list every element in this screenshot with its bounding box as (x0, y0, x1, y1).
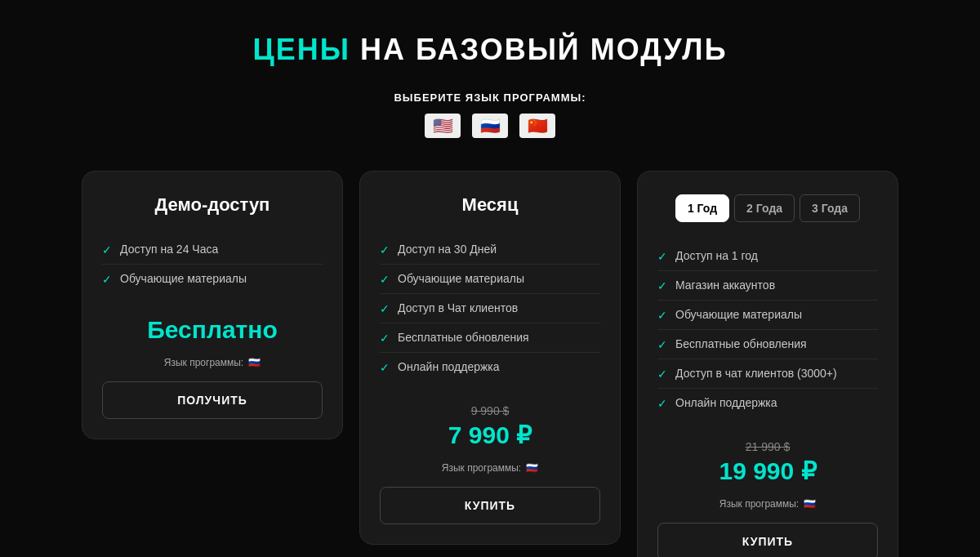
check-icon: ✓ (657, 338, 667, 351)
month-lang-badge: Язык программы: 🇷🇺 (380, 462, 600, 474)
lang-flag-emoji: 🇷🇺 (526, 462, 538, 474)
demo-price-section: Бесплатно (102, 316, 323, 344)
list-item: ✓ Доступ на 24 Часа (102, 235, 323, 265)
list-item: ✓ Обучающие материалы (102, 265, 323, 293)
lang-flag-emoji: 🇷🇺 (804, 498, 816, 510)
feature-text: Доступ на 30 Дней (398, 243, 497, 256)
list-item: ✓ Онлайн поддержка (380, 353, 600, 381)
demo-lang-badge: Язык программы: 🇷🇺 (102, 357, 323, 368)
flag-zh[interactable]: 🇨🇳 (519, 114, 555, 138)
year-lang-badge: Язык программы: 🇷🇺 (657, 498, 878, 510)
feature-text: Онлайн поддержка (398, 360, 500, 373)
card-month-title: Месяц (380, 194, 600, 216)
check-icon: ✓ (657, 309, 667, 322)
card-demo-features: ✓ Доступ на 24 Часа ✓ Обучающие материал… (102, 235, 323, 293)
list-item: ✓ Доступ в Чат клиентов (380, 294, 600, 323)
check-icon: ✓ (657, 250, 667, 263)
demo-price-free: Бесплатно (102, 316, 323, 344)
period-3year[interactable]: 3 Года (800, 194, 860, 222)
lang-label-text: Язык программы: (719, 498, 799, 510)
flag-ru-emoji: 🇷🇺 (480, 116, 501, 136)
language-label: ВЫБЕРИТЕ ЯЗЫК ПРОГРАММЫ: (16, 91, 964, 104)
feature-text: Обучающие материалы (120, 272, 247, 285)
card-year-features: ✓ Доступ на 1 год ✓ Магазин аккаунтов ✓ … (657, 242, 878, 417)
list-item: ✓ Магазин аккаунтов (657, 271, 878, 301)
feature-text: Бесплатные обновления (675, 337, 807, 350)
year-buy-button[interactable]: КУПИТЬ (657, 523, 878, 557)
page-container: ЦЕНЫ НА БАЗОВЫЙ МОДУЛЬ ВЫБЕРИТЕ ЯЗЫК ПРО… (0, 0, 980, 557)
feature-text: Обучающие материалы (675, 308, 802, 321)
list-item: ✓ Бесплатные обновления (380, 323, 600, 353)
lang-flag-emoji: 🇷🇺 (248, 357, 261, 368)
lang-label-text: Язык программы: (442, 462, 521, 474)
feature-text: Доступ на 1 год (675, 249, 758, 262)
card-demo: Демо-доступ ✓ Доступ на 24 Часа ✓ Обучаю… (82, 171, 343, 439)
month-price-old: 9 990 $ (380, 404, 600, 417)
flags-row: 🇺🇸 🇷🇺 🇨🇳 (16, 114, 964, 138)
year-price-old: 21 990 $ (657, 440, 878, 453)
list-item: ✓ Онлайн поддержка (657, 389, 878, 417)
demo-buy-button[interactable]: ПОЛУЧИТЬ (102, 381, 323, 419)
list-item: ✓ Доступ на 1 год (657, 242, 878, 271)
list-item: ✓ Бесплатные обновления (657, 330, 878, 359)
flag-ru[interactable]: 🇷🇺 (472, 114, 508, 138)
feature-text: Обучающие материалы (398, 272, 524, 285)
list-item: ✓ Доступ в чат клиентов (3000+) (657, 359, 878, 389)
check-icon: ✓ (380, 332, 390, 345)
check-icon: ✓ (102, 243, 112, 256)
check-icon: ✓ (380, 302, 390, 315)
month-buy-button[interactable]: КУПИТЬ (380, 487, 600, 524)
check-icon: ✓ (102, 273, 112, 286)
year-price-main: 19 990 ₽ (657, 457, 878, 485)
feature-text: Магазин аккаунтов (675, 278, 775, 292)
month-price-main: 7 990 ₽ (380, 421, 600, 449)
check-icon: ✓ (657, 368, 667, 381)
card-month-features: ✓ Доступ на 30 Дней ✓ Обучающие материал… (380, 235, 600, 381)
period-2year[interactable]: 2 Года (734, 194, 795, 222)
feature-text: Доступ в Чат клиентов (398, 301, 518, 314)
year-price-section: 21 990 $ 19 990 ₽ (657, 440, 878, 485)
check-icon: ✓ (657, 279, 667, 292)
flag-en[interactable]: 🇺🇸 (425, 114, 461, 138)
check-icon: ✓ (657, 397, 667, 410)
check-icon: ✓ (380, 243, 390, 256)
card-year: 1 Год 2 Года 3 Года ✓ Доступ на 1 год ✓ … (637, 171, 898, 557)
title-colored: ЦЕНЫ (252, 33, 350, 66)
check-icon: ✓ (380, 273, 390, 286)
list-item: ✓ Обучающие материалы (657, 301, 878, 330)
language-section: ВЫБЕРИТЕ ЯЗЫК ПРОГРАММЫ: 🇺🇸 🇷🇺 🇨🇳 (16, 91, 964, 138)
card-demo-title: Демо-доступ (102, 194, 323, 216)
title-white: НА БАЗОВЫЙ МОДУЛЬ (360, 33, 727, 66)
period-1year[interactable]: 1 Год (675, 194, 729, 222)
flag-zh-emoji: 🇨🇳 (528, 116, 548, 136)
month-price-section: 9 990 $ 7 990 ₽ (380, 404, 600, 449)
period-selector: 1 Год 2 Года 3 Года (657, 194, 878, 222)
check-icon: ✓ (380, 361, 390, 374)
feature-text: Бесплатные обновления (398, 331, 529, 344)
list-item: ✓ Обучающие материалы (380, 265, 600, 294)
card-month: Месяц ✓ Доступ на 30 Дней ✓ Обучающие ма… (359, 171, 621, 545)
cards-row: Демо-доступ ✓ Доступ на 24 Часа ✓ Обучаю… (16, 171, 964, 557)
lang-label-text: Язык программы: (164, 357, 243, 368)
feature-text: Онлайн поддержка (675, 396, 777, 409)
page-title: ЦЕНЫ НА БАЗОВЫЙ МОДУЛЬ (16, 33, 964, 67)
feature-text: Доступ в чат клиентов (3000+) (675, 367, 837, 380)
flag-en-emoji: 🇺🇸 (433, 116, 453, 136)
feature-text: Доступ на 24 Часа (120, 243, 218, 256)
list-item: ✓ Доступ на 30 Дней (380, 235, 600, 265)
